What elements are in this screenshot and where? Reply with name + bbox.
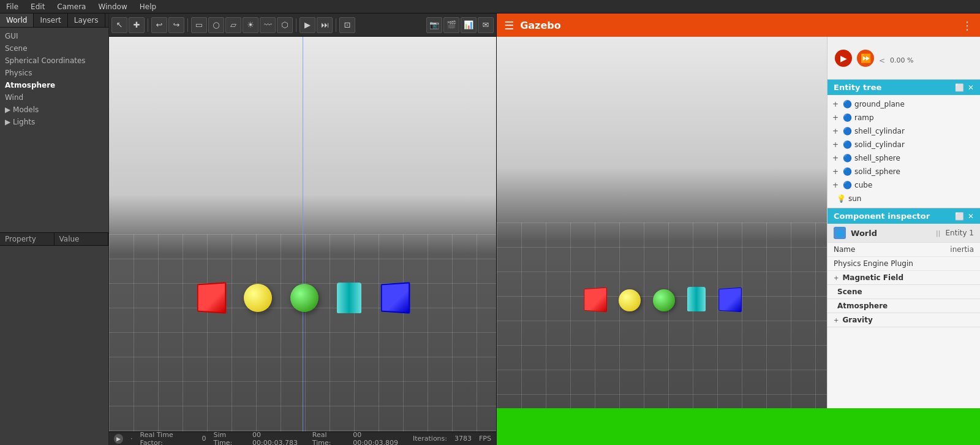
left-tree: GUI Scene Spherical Coordinates Physics …: [0, 28, 108, 232]
tree-item-scene[interactable]: Scene: [0, 42, 108, 55]
object-cube-blue[interactable]: [381, 282, 410, 314]
et-item-ground-plane[interactable]: + 🔵 ground_plane: [827, 97, 980, 111]
et-label-solid-sph: solid_sphere: [854, 167, 900, 176]
status-dot: ·: [130, 435, 133, 443]
et-item-solid-cylindar[interactable]: + 🔵 solid_cylindar: [827, 138, 980, 151]
tool-redo[interactable]: ↪: [168, 17, 184, 33]
gazebo-menu-icon[interactable]: ☰: [504, 19, 514, 32]
status-bar: ▶ · Real Time Factor: 0 Sim Time: 00 00:…: [109, 432, 496, 445]
ci-section-gravity[interactable]: + Gravity: [827, 313, 980, 327]
status-simtime-value: 00 00:00:03.783: [252, 431, 305, 446]
menu-edit[interactable]: Edit: [24, 1, 51, 12]
et-label-cube: cube: [854, 181, 872, 189]
ci-section-scene[interactable]: Scene: [827, 285, 980, 299]
gazebo-viewport[interactable]: [497, 37, 827, 408]
tab-layers[interactable]: Layers: [68, 13, 105, 27]
ci-world-icon: 🌐: [834, 227, 846, 239]
gz-object-cylinder-cyan[interactable]: [687, 287, 706, 311]
tab-world[interactable]: World: [0, 13, 34, 27]
menu-help[interactable]: Help: [134, 1, 162, 12]
et-item-shell-cylindar[interactable]: + 🔵 shell_cylindar: [827, 124, 980, 138]
et-icon-solid-sph: 🔵: [842, 167, 852, 177]
tool-cylinder[interactable]: ▱: [225, 17, 241, 33]
tab-insert[interactable]: Insert: [34, 13, 67, 27]
tree-item-physics[interactable]: Physics: [0, 67, 108, 79]
viewport-3d[interactable]: [109, 37, 496, 432]
ci-toggle-btn[interactable]: ||: [936, 229, 940, 237]
et-expand-cube: +: [832, 181, 839, 189]
menu-camera[interactable]: Camera: [51, 1, 92, 12]
tool-undo[interactable]: ↩: [151, 17, 167, 33]
et-icon-shell-sph: 🔵: [842, 153, 852, 163]
ci-expand-magfield: +: [834, 275, 839, 281]
et-icon-ramp: 🔵: [842, 113, 852, 123]
tool-mesh[interactable]: ⬡: [277, 17, 293, 33]
object-cylinder-cyan[interactable]: [337, 283, 361, 313]
entity-tree-title: Entity tree: [834, 83, 881, 92]
tree-item-gui[interactable]: GUI: [0, 30, 108, 42]
et-item-shell-sphere[interactable]: + 🔵 shell_sphere: [827, 151, 980, 165]
et-item-cube[interactable]: + 🔵 cube: [827, 178, 980, 192]
tree-item-lights[interactable]: ▶ Lights: [0, 116, 108, 128]
menu-file[interactable]: File: [0, 1, 24, 12]
ff-button[interactable]: ⏩: [857, 50, 874, 67]
tool-play[interactable]: ▶: [300, 17, 315, 33]
progress-percent: 0.00 %: [890, 56, 913, 64]
gazebo-dots-icon[interactable]: ⋮: [962, 19, 973, 32]
ci-header: Component inspector ⬜ ✕: [827, 208, 980, 224]
et-label-ground: ground_plane: [854, 100, 905, 108]
et-expand-solid-sph: +: [832, 167, 839, 176]
tree-item-spherical[interactable]: Spherical Coordinates: [0, 55, 108, 67]
property-header: Property Value: [0, 232, 108, 246]
object-sphere-yellow[interactable]: [244, 284, 272, 312]
ci-maximize[interactable]: ⬜: [955, 212, 964, 221]
object-sphere-green[interactable]: [290, 284, 318, 312]
entity-tree-close[interactable]: ✕: [968, 83, 974, 92]
gz-object-cube-red[interactable]: [584, 287, 607, 313]
tool-sphere[interactable]: ○: [208, 17, 224, 33]
tool-video[interactable]: 🎬: [443, 17, 459, 33]
ci-entity-label: Entity 1: [946, 229, 974, 237]
tool-chart[interactable]: 📊: [461, 17, 477, 33]
ci-section-atmosphere[interactable]: Atmosphere: [827, 299, 980, 313]
ci-section-magfield[interactable]: + Magnetic Field: [827, 271, 980, 285]
tree-item-atmosphere[interactable]: Atmosphere: [0, 79, 108, 91]
ci-scene-label: Scene: [837, 287, 862, 296]
viewport[interactable]: [109, 37, 496, 432]
property-area: [0, 246, 108, 446]
et-label-solid-cyl: solid_cylindar: [854, 140, 905, 149]
et-item-ramp[interactable]: + 🔵 ramp: [827, 111, 980, 124]
ci-close[interactable]: ✕: [968, 212, 974, 221]
ci-title: Component inspector: [834, 211, 930, 221]
tool-mail[interactable]: ✉: [478, 17, 494, 33]
object-cube-red[interactable]: [197, 282, 226, 314]
et-expand-shell-cyl: +: [832, 127, 839, 135]
toolbar-separator-3: [296, 18, 296, 32]
tool-ff[interactable]: ⏭: [317, 17, 333, 33]
right-gazebo-panel: ☰ Gazebo ⋮: [496, 13, 980, 445]
tool-add[interactable]: ✚: [129, 17, 145, 33]
tool-wave[interactable]: 〰: [260, 17, 276, 33]
gz-object-cube-blue[interactable]: [718, 287, 742, 313]
menu-window[interactable]: Window: [92, 1, 133, 12]
play-button[interactable]: ▶: [835, 50, 852, 67]
tool-box[interactable]: ▭: [191, 17, 207, 33]
et-item-solid-sphere[interactable]: + 🔵 solid_sphere: [827, 165, 980, 178]
status-play-btn[interactable]: ▶: [114, 434, 123, 444]
play-controls: ▶ ⏩ < 0.00 %: [827, 37, 980, 80]
tool-screenshot[interactable]: 📷: [426, 17, 442, 33]
tool-light[interactable]: ☀: [243, 17, 258, 33]
tool-align[interactable]: ⊡: [339, 17, 355, 33]
tool-select[interactable]: ↖: [111, 17, 127, 33]
ci-prop-physics: Physics Engine Plugin: [827, 257, 980, 271]
tree-item-models[interactable]: ▶ Models: [0, 104, 108, 116]
gz-object-sphere-green[interactable]: [653, 289, 675, 311]
et-item-sun[interactable]: 💡 sun: [827, 192, 980, 205]
status-iter-label: Iterations:: [413, 435, 447, 443]
gz-object-sphere-yellow[interactable]: [619, 289, 641, 311]
ci-world-row: 🌐 World || Entity 1: [827, 224, 980, 243]
entity-tree-maximize[interactable]: ⬜: [955, 83, 964, 92]
ci-expand-gravity: +: [834, 317, 839, 324]
tree-item-wind[interactable]: Wind: [0, 91, 108, 104]
progress-chevron[interactable]: <: [879, 56, 885, 65]
